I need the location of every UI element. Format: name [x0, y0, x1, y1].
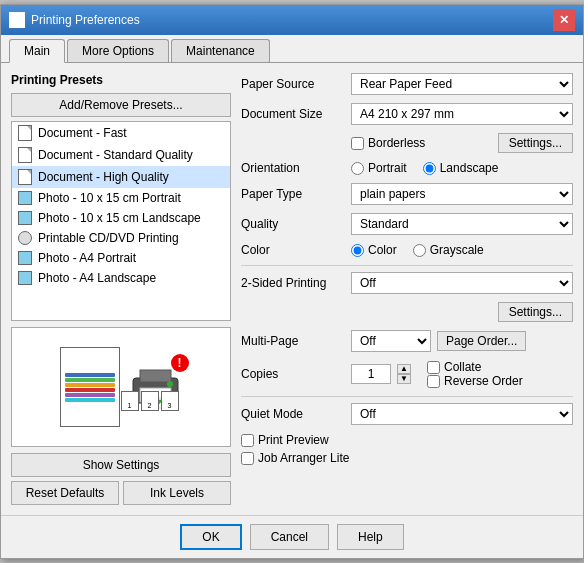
- paper-preview: [60, 347, 120, 427]
- paper-source-label: Paper Source: [241, 77, 351, 91]
- right-panel: Paper Source Rear Paper FeedFront Paper …: [241, 73, 573, 505]
- job-arranger-checkbox[interactable]: [241, 452, 254, 465]
- multi-page-select[interactable]: Off2-Up4-Up: [351, 330, 431, 352]
- borderless-settings-button[interactable]: Settings...: [498, 133, 573, 153]
- photo-portrait-15-icon: [18, 191, 32, 205]
- list-item[interactable]: Printable CD/DVD Printing: [12, 228, 230, 248]
- ink-levels-button[interactable]: Ink Levels: [123, 481, 231, 505]
- add-presets-button[interactable]: Add/Remove Presets...: [11, 93, 231, 117]
- presets-list: Document - Fast Document - Standard Qual…: [11, 121, 231, 321]
- quality-control: StandardHighDraft: [351, 213, 573, 235]
- reset-defaults-button[interactable]: Reset Defaults: [11, 481, 119, 505]
- photo-a4-portrait-icon: [18, 251, 32, 265]
- job-arranger-text: Job Arranger Lite: [258, 451, 349, 465]
- tab-more-options[interactable]: More Options: [67, 39, 169, 62]
- grayscale-label: Grayscale: [430, 243, 484, 257]
- portrait-option: Portrait: [351, 161, 407, 175]
- two-sided-settings-button[interactable]: Settings...: [498, 302, 573, 322]
- document-size-label: Document Size: [241, 107, 351, 121]
- copy-icon-3: 3: [161, 391, 179, 411]
- color-option-label: Color: [368, 243, 397, 257]
- list-item[interactable]: Document - Standard Quality: [12, 144, 230, 166]
- title-bar-left: 🖨 Printing Preferences: [9, 12, 140, 28]
- copy-icons: 1 2 3: [121, 391, 179, 411]
- svg-rect-1: [140, 370, 171, 382]
- two-sided-row: 2-Sided Printing OffOn - Long EdgeOn - S…: [241, 272, 573, 294]
- orientation-label: Orientation: [241, 161, 351, 175]
- close-button[interactable]: ✕: [553, 9, 575, 31]
- grayscale-option: Grayscale: [413, 243, 484, 257]
- preset-label: Photo - A4 Portrait: [38, 251, 136, 265]
- list-item[interactable]: Document - Fast: [12, 122, 230, 144]
- paper-source-select[interactable]: Rear Paper FeedFront Paper Feed: [351, 73, 573, 95]
- color-bar-purple: [65, 393, 115, 397]
- list-item[interactable]: Photo - 10 x 15 cm Landscape: [12, 208, 230, 228]
- multi-page-label: Multi-Page: [241, 334, 351, 348]
- collate-label: Collate: [427, 360, 523, 374]
- color-bar-blue: [65, 373, 115, 377]
- document-high-icon: [18, 169, 32, 185]
- preset-label: Document - Standard Quality: [38, 148, 193, 162]
- presets-section-title: Printing Presets: [11, 73, 231, 87]
- color-radio[interactable]: [351, 244, 364, 257]
- landscape-radio[interactable]: [423, 162, 436, 175]
- portrait-radio[interactable]: [351, 162, 364, 175]
- printer-icon: 🖨: [9, 12, 25, 28]
- reverse-order-checkbox[interactable]: [427, 375, 440, 388]
- copies-down-button[interactable]: ▼: [397, 374, 411, 384]
- photo-a4-landscape-icon: [18, 271, 32, 285]
- color-bar-yellow: [65, 383, 115, 387]
- preset-label: Document - High Quality: [38, 170, 169, 184]
- borderless-control: Borderless Settings...: [351, 133, 573, 153]
- collate-checkbox[interactable]: [427, 361, 440, 374]
- preset-label: Photo - 10 x 15 cm Portrait: [38, 191, 181, 205]
- list-item[interactable]: Photo - A4 Landscape: [12, 268, 230, 288]
- orientation-radio-group: Portrait Landscape: [351, 161, 573, 175]
- document-size-select[interactable]: A4 210 x 297 mmLetterLegal: [351, 103, 573, 125]
- show-settings-button[interactable]: Show Settings: [11, 453, 231, 477]
- help-button[interactable]: Help: [337, 524, 404, 550]
- landscape-label: Landscape: [440, 161, 499, 175]
- quality-row: Quality StandardHighDraft: [241, 213, 573, 235]
- portrait-label: Portrait: [368, 161, 407, 175]
- list-item[interactable]: Photo - 10 x 15 cm Portrait: [12, 188, 230, 208]
- copies-inner: ▲ ▼ Collate Reverse Order: [351, 360, 573, 388]
- job-arranger-row: Job Arranger Lite: [241, 451, 573, 465]
- color-label: Color: [241, 243, 351, 257]
- borderless-checkbox[interactable]: [351, 137, 364, 150]
- grayscale-radio[interactable]: [413, 244, 426, 257]
- tab-main[interactable]: Main: [9, 39, 65, 63]
- cancel-button[interactable]: Cancel: [250, 524, 329, 550]
- quality-label: Quality: [241, 217, 351, 231]
- print-preview-checkbox[interactable]: [241, 434, 254, 447]
- landscape-option: Landscape: [423, 161, 499, 175]
- quality-select[interactable]: StandardHighDraft: [351, 213, 573, 235]
- two-sided-settings-row: Settings...: [241, 302, 573, 322]
- quiet-mode-row: Quiet Mode OffOn: [241, 403, 573, 425]
- two-sided-select[interactable]: OffOn - Long EdgeOn - Short Edge: [351, 272, 573, 294]
- printing-preferences-dialog: 🖨 Printing Preferences ✕ Main More Optio…: [0, 4, 584, 559]
- borderless-label-text: Borderless: [368, 136, 425, 150]
- color-bar-red: [65, 388, 115, 392]
- document-size-row: Document Size A4 210 x 297 mmLetterLegal: [241, 103, 573, 125]
- copy-icon-1: 1: [121, 391, 139, 411]
- list-item[interactable]: Document - High Quality: [12, 166, 230, 188]
- cd-dvd-icon: [18, 231, 32, 245]
- paper-type-control: plain papersMatteGlossy: [351, 183, 573, 205]
- copies-label: Copies: [241, 367, 351, 381]
- preset-label: Photo - 10 x 15 cm Landscape: [38, 211, 201, 225]
- copies-up-button[interactable]: ▲: [397, 364, 411, 374]
- two-sided-control: OffOn - Long EdgeOn - Short Edge: [351, 272, 573, 294]
- ok-button[interactable]: OK: [180, 524, 241, 550]
- color-row: Color Color Grayscale: [241, 243, 573, 257]
- page-order-button[interactable]: Page Order...: [437, 331, 526, 351]
- paper-type-select[interactable]: plain papersMatteGlossy: [351, 183, 573, 205]
- list-item[interactable]: Photo - A4 Portrait: [12, 248, 230, 268]
- dialog-footer: OK Cancel Help: [1, 515, 583, 558]
- print-preview-row: Print Preview: [241, 433, 573, 447]
- tab-maintenance[interactable]: Maintenance: [171, 39, 270, 62]
- print-preview-label: Print Preview: [241, 433, 573, 447]
- quiet-mode-select[interactable]: OffOn: [351, 403, 573, 425]
- copies-input[interactable]: [351, 364, 391, 384]
- main-content: Printing Presets Add/Remove Presets... D…: [1, 63, 583, 515]
